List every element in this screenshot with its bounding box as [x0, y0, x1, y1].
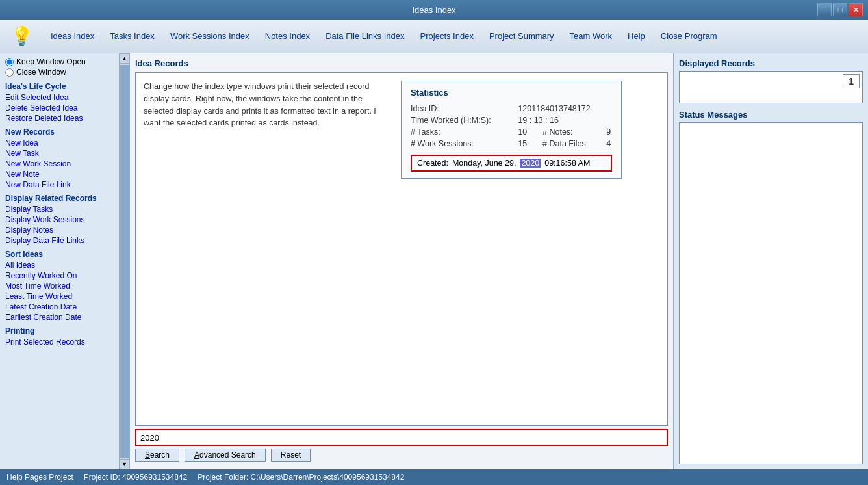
- sidebar-item-least-time-worked[interactable]: Least Time Worked: [5, 291, 114, 302]
- data-files-value: 4: [606, 138, 612, 150]
- main-nav: Ideas Index Tasks Index Work Sessions In…: [43, 20, 725, 53]
- created-label: Created:: [417, 159, 448, 168]
- status-messages-label: Status Messages: [679, 110, 863, 120]
- advanced-search-button[interactable]: Advanced Search: [185, 449, 266, 462]
- work-sessions-value: 15: [518, 138, 542, 150]
- search-buttons-row: Search Advanced Search Reset: [135, 449, 668, 464]
- search-input[interactable]: [135, 429, 668, 446]
- created-date: Monday, June 29,: [452, 159, 516, 168]
- table-row: Idea ID: 1201184013748172: [411, 103, 612, 114]
- tasks-value: 10: [518, 126, 542, 138]
- displayed-records-box: 1: [679, 71, 863, 103]
- status-project: Help Pages Project: [6, 473, 73, 482]
- statistics-box: Statistics Idea ID: 1201184013748172 Tim…: [401, 81, 622, 179]
- idea-id-value: 1201184013748172: [518, 103, 612, 114]
- sidebar-item-new-work-session[interactable]: New Work Session: [5, 159, 114, 169]
- right-panel: Displayed Records 1 Status Messages: [673, 53, 868, 469]
- status-project-folder: Project Folder: C:\Users\Darren\Projects…: [198, 473, 404, 482]
- nav-close-program[interactable]: Close Program: [653, 20, 725, 53]
- scroll-up-btn[interactable]: ▲: [120, 53, 130, 64]
- sidebar-item-delete-selected-idea[interactable]: Delete Selected Idea: [5, 103, 114, 113]
- close-button[interactable]: ✕: [849, 3, 863, 16]
- nav-data-file-links-index[interactable]: Data File Links Index: [318, 20, 412, 53]
- new-records-label: New Records: [5, 127, 114, 137]
- sidebar-item-display-notes[interactable]: Display Notes: [5, 225, 114, 235]
- window-mode-group: Keep Window Open Close Window: [5, 57, 114, 77]
- keep-window-radio-input[interactable]: [5, 58, 14, 66]
- displayed-records-value: 1: [843, 74, 860, 88]
- sidebar-inner: Keep Window Open Close Window Idea's Lif…: [0, 53, 129, 469]
- minimize-button[interactable]: ─: [817, 3, 832, 16]
- search-bar: Search Advanced Search Reset: [135, 426, 668, 464]
- content-header: Idea Records: [135, 59, 668, 68]
- sidebar-item-print-selected-records[interactable]: Print Selected Records: [5, 337, 114, 347]
- nav-work-sessions-index[interactable]: Work Sessions Index: [162, 20, 257, 53]
- sidebar: Keep Window Open Close Window Idea's Lif…: [0, 53, 130, 469]
- sidebar-item-all-ideas[interactable]: All Ideas: [5, 260, 114, 270]
- search-input-row: [135, 429, 668, 446]
- close-window-radio-input[interactable]: [5, 68, 14, 77]
- sidebar-item-most-time-worked[interactable]: Most Time Worked: [5, 281, 114, 291]
- data-files-label: # Data Files:: [542, 138, 606, 150]
- idea-id-label: Idea ID:: [411, 103, 518, 114]
- sidebar-item-edit-selected-idea[interactable]: Edit Selected Idea: [5, 92, 114, 103]
- sidebar-item-display-data-file-links[interactable]: Display Data File Links: [5, 235, 114, 246]
- reset-button[interactable]: Reset: [271, 449, 311, 462]
- printing-label: Printing: [5, 326, 114, 335]
- close-window-radio[interactable]: Close Window: [5, 68, 114, 77]
- notes-value: 9: [606, 126, 612, 138]
- table-row: Time Worked (H:M:S): 19 : 13 : 16: [411, 114, 612, 126]
- keep-window-open-radio[interactable]: Keep Window Open: [5, 57, 114, 66]
- nav-tasks-index[interactable]: Tasks Index: [102, 20, 162, 53]
- table-row: # Tasks: 10 # Notes: 9: [411, 126, 612, 138]
- nav-projects-index[interactable]: Projects Index: [413, 20, 481, 53]
- display-related-records-label: Display Related Records: [5, 194, 114, 203]
- content-area: Idea Records Change how the index type w…: [130, 53, 673, 469]
- idea-text: Change how the index type windows print …: [144, 81, 390, 129]
- scroll-thumb: [120, 65, 129, 458]
- time-worked-label: Time Worked (H:M:S):: [411, 114, 518, 126]
- created-time: 09:16:58 AM: [544, 159, 590, 168]
- title-bar-title: Ideas Index: [412, 5, 455, 15]
- notes-label: # Notes:: [542, 126, 606, 138]
- sidebar-item-new-task[interactable]: New Task: [5, 148, 114, 159]
- idea-stats-row: Change how the index type windows print …: [144, 81, 659, 179]
- logo-icon: 💡: [10, 25, 33, 47]
- stats-table: Idea ID: 1201184013748172 Time Worked (H…: [411, 103, 612, 150]
- sidebar-item-new-idea[interactable]: New Idea: [5, 138, 114, 148]
- nav-help[interactable]: Help: [620, 20, 653, 53]
- sidebar-item-new-data-file-link[interactable]: New Data File Link: [5, 179, 114, 190]
- nav-notes-index[interactable]: Notes Index: [257, 20, 318, 53]
- sidebar-scrollbar: ▲ ▼: [119, 53, 129, 469]
- scroll-down-btn[interactable]: ▼: [120, 459, 130, 469]
- maximize-button[interactable]: □: [833, 3, 847, 16]
- main-layout: Keep Window Open Close Window Idea's Lif…: [0, 53, 868, 469]
- nav-project-summary[interactable]: Project Summary: [481, 20, 562, 53]
- title-bar-controls: ─ □ ✕: [817, 3, 863, 16]
- search-button[interactable]: Search: [135, 449, 179, 462]
- status-bar: Help Pages Project Project ID: 400956931…: [0, 469, 868, 485]
- sort-ideas-label: Sort Ideas: [5, 250, 114, 259]
- title-bar: Ideas Index ─ □ ✕: [0, 0, 868, 20]
- displayed-records-label: Displayed Records: [679, 59, 863, 68]
- sidebar-item-earliest-creation-date[interactable]: Earliest Creation Date: [5, 312, 114, 322]
- created-year: 2020: [520, 159, 541, 168]
- sidebar-item-display-tasks[interactable]: Display Tasks: [5, 204, 114, 215]
- work-sessions-label: # Work Sessions:: [411, 138, 518, 150]
- status-project-id: Project ID: 400956931534842: [84, 473, 187, 482]
- sidebar-item-display-work-sessions[interactable]: Display Work Sessions: [5, 215, 114, 225]
- sidebar-item-latest-creation-date[interactable]: Latest Creation Date: [5, 302, 114, 312]
- sidebar-item-recently-worked-on[interactable]: Recently Worked On: [5, 270, 114, 281]
- nav-team-work[interactable]: Team Work: [562, 20, 620, 53]
- statistics-title: Statistics: [411, 88, 612, 98]
- sidebar-item-new-note[interactable]: New Note: [5, 169, 114, 179]
- tasks-label: # Tasks:: [411, 126, 518, 138]
- nav-ideas-index[interactable]: Ideas Index: [43, 20, 102, 53]
- created-row: Created: Monday, June 29, 2020 09:16:58 …: [411, 155, 612, 172]
- idea-panel: Change how the index type windows print …: [135, 72, 668, 426]
- app-logo: 💡: [5, 22, 38, 51]
- table-row: # Work Sessions: 15 # Data Files: 4: [411, 138, 612, 150]
- status-messages-box: [679, 122, 863, 464]
- sidebar-item-restore-deleted-ideas[interactable]: Restore Deleted Ideas: [5, 113, 114, 124]
- ideas-life-cycle-label: Idea's Life Cycle: [5, 82, 114, 91]
